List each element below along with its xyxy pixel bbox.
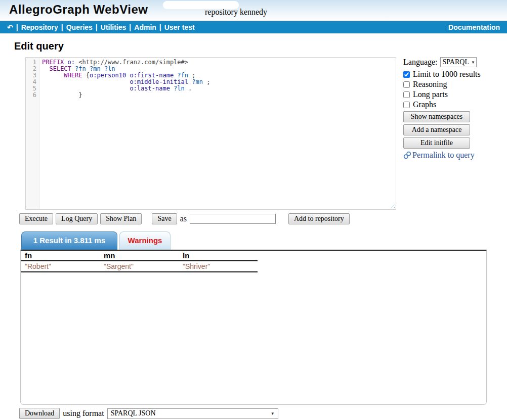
- nav-separator: |: [61, 23, 63, 31]
- main-nav: ↶ | Repository | Queries | Utilities | A…: [0, 21, 507, 33]
- column-header-ln: ln: [179, 251, 258, 261]
- execute-button[interactable]: Execute: [19, 213, 53, 224]
- code-lines[interactable]: PREFIX o: <http://www.franz.com/simple#>…: [39, 58, 396, 209]
- log-query-button[interactable]: Log Query: [56, 213, 98, 224]
- results-panel: fn mn ln "Robert" "Sargent" "Shriver": [20, 250, 487, 405]
- format-label: using format: [63, 409, 104, 418]
- save-name-input[interactable]: [190, 214, 276, 224]
- limit-results-label: Limit to 1000 results: [413, 70, 481, 79]
- table-row: "Robert" "Sargent" "Shriver": [21, 261, 258, 272]
- show-namespaces-button[interactable]: Show namespaces: [403, 111, 470, 122]
- query-editor[interactable]: 123456 PREFIX o: <http://www.franz.com/s…: [25, 57, 396, 210]
- nav-item-user[interactable]: User test: [164, 23, 195, 31]
- chevron-down-icon: ▼: [271, 411, 275, 416]
- results-table: fn mn ln "Robert" "Sargent" "Shriver": [21, 251, 258, 272]
- app-title: AllegroGraph WebView: [9, 3, 148, 17]
- editor-row: 123456 PREFIX o: <http://www.franz.com/s…: [25, 57, 507, 210]
- download-format-select[interactable]: SPARQL JSON ▼: [107, 408, 278, 419]
- save-as-label: as: [180, 214, 187, 223]
- language-select[interactable]: SPARQL ▼: [440, 57, 477, 67]
- reasoning-label: Reasoning: [413, 80, 447, 89]
- graphs-label: Graphs: [413, 100, 436, 109]
- column-header-mn: mn: [100, 251, 179, 261]
- permalink-label: Permalink to query: [412, 151, 475, 160]
- reasoning-checkbox[interactable]: [403, 81, 410, 88]
- chevron-down-icon: ▼: [471, 60, 475, 65]
- cell-ln: "Shriver": [179, 261, 258, 272]
- nav-separator: |: [96, 23, 98, 31]
- download-format-value: SPARQL JSON: [111, 409, 156, 417]
- back-icon[interactable]: ↶: [7, 23, 13, 31]
- app-header: AllegroGraph WebView repository kennedy: [0, 0, 507, 21]
- graphs-checkbox[interactable]: [403, 102, 410, 108]
- repository-label: repository kennedy: [205, 8, 267, 17]
- editor-gutter: 123456: [26, 58, 39, 209]
- show-plan-button[interactable]: Show Plan: [100, 213, 142, 224]
- tab-results[interactable]: 1 Result in 3.811 ms: [21, 231, 117, 250]
- column-header-fn: fn: [21, 251, 100, 261]
- permalink-link[interactable]: Permalink to query: [403, 151, 489, 160]
- nav-separator: |: [16, 23, 18, 31]
- nav-item-queries[interactable]: Queries: [66, 23, 93, 31]
- nav-item-utilities[interactable]: Utilities: [101, 23, 126, 31]
- language-label: Language:: [403, 58, 438, 67]
- nav-documentation-link[interactable]: Documentation: [448, 23, 500, 31]
- nav-separator: |: [159, 23, 161, 31]
- edit-initfile-button[interactable]: Edit initfile: [403, 137, 470, 149]
- limit-results-checkbox[interactable]: [403, 71, 410, 78]
- nav-separator: |: [129, 23, 131, 31]
- chain-link-icon: [403, 151, 411, 159]
- query-options-panel: Language: SPARQL ▼ Limit to 1000 results…: [403, 57, 489, 210]
- cell-mn: "Sargent": [100, 261, 179, 272]
- results-tabs: 1 Result in 3.811 ms Warnings: [21, 231, 507, 250]
- add-namespace-button[interactable]: Add a namespace: [403, 124, 470, 135]
- nav-item-admin[interactable]: Admin: [134, 23, 156, 31]
- cell-fn: "Robert": [21, 261, 100, 272]
- save-button[interactable]: Save: [152, 213, 177, 224]
- page-title: Edit query: [14, 40, 507, 52]
- query-actions: Execute Log Query Show Plan Save as Add …: [19, 213, 507, 225]
- nav-item-repository[interactable]: Repository: [21, 23, 58, 31]
- long-parts-checkbox[interactable]: [403, 91, 410, 98]
- language-select-value: SPARQL: [443, 58, 469, 66]
- add-to-repository-button[interactable]: Add to repository: [288, 213, 350, 224]
- download-bar: Download using format SPARQL JSON ▼: [19, 408, 507, 419]
- tab-warnings[interactable]: Warnings: [119, 231, 171, 250]
- long-parts-label: Long parts: [413, 90, 448, 99]
- download-button[interactable]: Download: [19, 408, 60, 419]
